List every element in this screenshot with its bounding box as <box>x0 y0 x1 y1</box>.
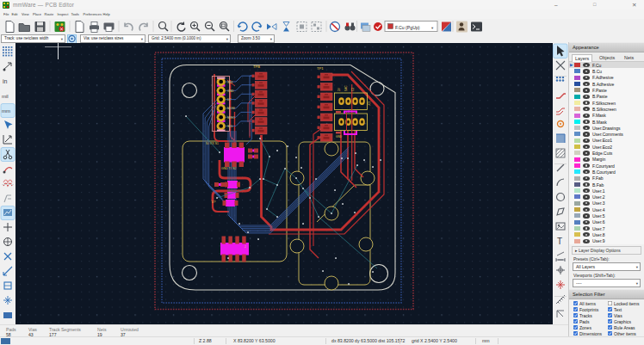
svg-text:SAC: SAC <box>344 85 348 91</box>
svg-text:MISO: MISO <box>227 116 235 120</box>
svg-text:X63: X63 <box>227 81 232 84</box>
svg-text:JC1: JC1 <box>368 101 371 106</box>
svg-text:GND: GND <box>336 135 343 139</box>
svg-text:MOSI: MOSI <box>227 107 235 110</box>
svg-text:C3: C3 <box>351 88 355 91</box>
svg-text:2: 2 <box>348 110 350 114</box>
svg-text:2: 2 <box>245 245 246 249</box>
svg-text:TPB: TPB <box>253 65 260 69</box>
svg-text:D7: D7 <box>227 98 231 102</box>
svg-text:TP1: TP1 <box>317 66 324 71</box>
svg-text:SCL: SCL <box>227 125 233 128</box>
svg-text:GND T# S2: GND T# S2 <box>221 167 237 170</box>
svg-text:GND: GND <box>227 89 234 93</box>
svg-text:D?: D? <box>212 200 215 204</box>
